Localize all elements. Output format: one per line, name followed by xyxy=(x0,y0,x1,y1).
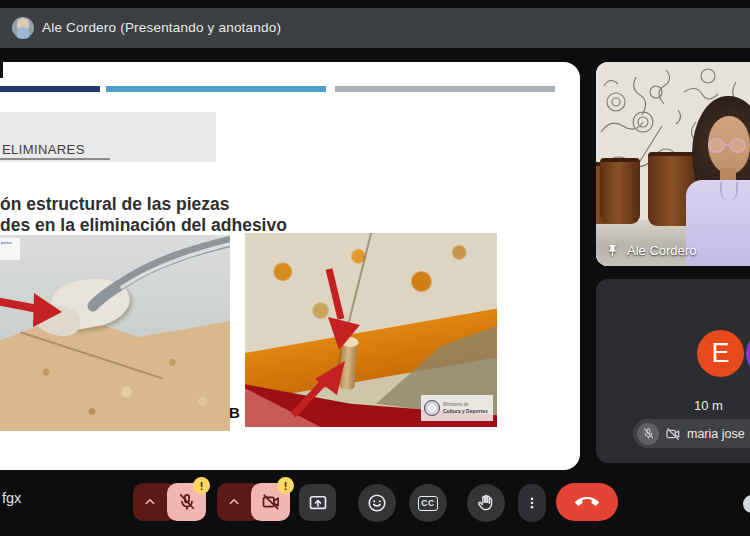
participant-avatar-e: E xyxy=(697,330,744,377)
tile-name-overlay: Ale Cordero xyxy=(606,243,696,258)
slide-accent-bar-2 xyxy=(106,86,326,92)
captions-button[interactable]: CC xyxy=(409,484,447,522)
meet-window: Ale Cordero (Presentando y anotando) ELI… xyxy=(0,0,750,536)
camera-off-indicator-icon xyxy=(665,426,681,442)
meeting-code: fgx xyxy=(2,490,21,506)
mic-warning-badge: ! xyxy=(193,477,210,494)
hand-raise-icon xyxy=(476,493,496,513)
slide-photo-adhesive-tool: portes xyxy=(0,235,230,431)
present-icon xyxy=(308,493,328,513)
glasses-lens xyxy=(708,138,725,153)
emoji-icon xyxy=(366,492,388,514)
chevron-up-icon xyxy=(141,493,159,511)
ceramic-pot xyxy=(600,158,640,224)
chevron-up-icon xyxy=(225,493,243,511)
presenter-avatar xyxy=(12,17,34,39)
participant-avatar-2 xyxy=(746,330,750,377)
present-screen-button[interactable] xyxy=(299,484,336,521)
slide-accent-bar-3 xyxy=(335,86,555,92)
slide-photo-dowel-detail: Ministerio de Cultura y Deportes xyxy=(245,233,497,427)
mic-muted-indicator-icon xyxy=(637,423,659,445)
camera-off-icon xyxy=(261,492,281,512)
glasses-lens xyxy=(729,138,746,153)
raise-hand-button[interactable] xyxy=(467,484,505,522)
slide-accent-bar-1 xyxy=(0,86,100,92)
participants-overflow-tile[interactable]: E 10 m maria jose xyxy=(596,279,750,463)
glasses-bridge xyxy=(724,144,730,146)
video-tile-ale-cordero[interactable]: Ale Cordero xyxy=(596,62,750,266)
ministry-watermark-text: Ministerio de Cultura y Deportes xyxy=(443,402,488,414)
edge-clipped-button[interactable] xyxy=(743,495,750,513)
more-participants-label: 10 m xyxy=(694,398,723,413)
camera-warning-badge: ! xyxy=(277,477,294,494)
presenter-banner: Ale Cordero (Presentando y anotando) xyxy=(0,8,750,48)
send-reaction-button[interactable] xyxy=(358,484,396,522)
figure-label-b: B xyxy=(229,404,240,421)
watermark-line1: Ministerio de xyxy=(443,402,469,407)
tool-and-arrow-overlay xyxy=(0,235,230,431)
slide-title-line1: ón estructural de las piezas xyxy=(0,194,560,215)
ministry-logo-watermark: portes xyxy=(0,238,20,260)
mic-off-icon xyxy=(177,492,197,512)
more-options-icon xyxy=(523,494,541,512)
ministry-watermark: Ministerio de Cultura y Deportes xyxy=(421,395,493,421)
slide-section-box: ELIMINARES xyxy=(0,112,216,162)
cc-icon: CC xyxy=(418,496,438,511)
speaking-participant-name: maria jose xyxy=(687,427,745,441)
presenter-banner-label: Ale Cordero (Presentando y anotando) xyxy=(42,8,281,48)
slide-section-label: ELIMINARES xyxy=(2,142,85,157)
ministry-emblem-icon xyxy=(424,400,440,416)
more-options-button[interactable] xyxy=(518,484,546,522)
annotation-stroke xyxy=(0,62,3,78)
participant-name: Ale Cordero xyxy=(627,243,696,258)
shared-screen-panel: ELIMINARES ón estructural de las piezas … xyxy=(0,62,580,470)
slide-section-underline xyxy=(0,158,110,160)
leave-call-button[interactable] xyxy=(556,483,618,521)
pin-icon xyxy=(606,244,619,257)
watermark-line2: Cultura y Deportes xyxy=(443,408,488,414)
call-end-icon xyxy=(575,490,599,514)
participant-status-pill: maria jose xyxy=(633,419,750,448)
